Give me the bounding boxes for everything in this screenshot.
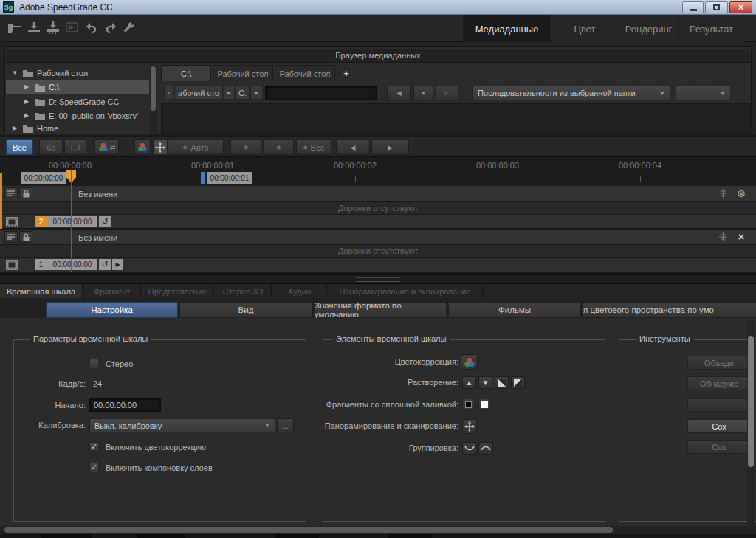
tree-scrollbar-thumb[interactable] (151, 66, 156, 111)
tab-color[interactable]: Цвет (551, 15, 618, 42)
track-b-loop-button[interactable]: ↺ (99, 259, 111, 270)
panel-tab-stereo3d[interactable]: Стерео 3D (215, 284, 272, 298)
settings-scrollbar[interactable] (747, 319, 755, 526)
ungroup-button[interactable] (478, 442, 493, 455)
import-sequence-button[interactable] (44, 19, 62, 35)
track-a-clip-row[interactable] (0, 215, 756, 229)
enable-color-correction-checkbox[interactable]: ✓ (89, 442, 99, 452)
tab-media[interactable]: Медиаданные (463, 15, 550, 42)
track-a-structure-button[interactable] (718, 188, 729, 199)
browser-add-tab-button[interactable]: + (340, 66, 353, 80)
view-all-button[interactable]: Все (6, 139, 33, 155)
track-b-options-button[interactable] (4, 231, 18, 243)
settings-tab-colorspace-defaults[interactable]: я цветового пространства по умо (583, 302, 756, 318)
open-button[interactable] (6, 19, 24, 35)
maximize-button[interactable] (705, 1, 728, 13)
path-input[interactable] (265, 86, 377, 100)
splitter-handle[interactable] (0, 274, 756, 284)
minimize-button[interactable] (682, 1, 704, 13)
tool-detect-button[interactable]: Обнаруже (687, 376, 751, 390)
tree-item-desktop[interactable]: ▼ Рабочий стол (6, 66, 149, 80)
tree-item-d-drive[interactable]: ▶ D: SpeedGrade CC (6, 94, 149, 108)
panel-tab-audio[interactable]: Аудио (272, 284, 327, 298)
prev-keyframe-button[interactable]: ◀ (336, 139, 370, 155)
auto-keyframe-button[interactable]: ◆ Авто (168, 139, 224, 155)
settings-scrollbar-thumb[interactable] (748, 336, 754, 467)
pan-scan-tool-button[interactable] (153, 139, 168, 155)
playhead-line[interactable] (71, 170, 72, 272)
calibration-more-button[interactable]: ... (277, 418, 294, 432)
start-input[interactable]: 00:00:00:00 (89, 398, 161, 412)
settings-button[interactable] (120, 19, 137, 35)
add-keyframe-button[interactable]: ◆ (230, 139, 261, 155)
sequence-filter-dropdown[interactable]: Последовательности из выбранной папки ▼ (472, 86, 670, 100)
dissolve-fade-in-button[interactable] (495, 376, 509, 389)
import-button[interactable] (25, 19, 43, 35)
tool-save-as-button[interactable]: Сох (687, 440, 751, 454)
settings-tab-view[interactable]: Вид (179, 302, 312, 318)
browser-tab-c[interactable]: C:\ (161, 65, 211, 81)
in-point-chip[interactable]: 00:00:00:00 (21, 172, 66, 184)
track-b-lock-button[interactable] (19, 231, 32, 243)
out-point-marker[interactable] (201, 172, 205, 184)
panel-tab-view[interactable]: Представление (142, 284, 214, 298)
track-a-remove-button[interactable]: ⊗ (735, 187, 748, 200)
chevron-right-icon[interactable]: ▶ (22, 98, 31, 105)
track-a-loop-button[interactable]: ↺ (99, 216, 111, 227)
pan-scan-button[interactable] (462, 419, 477, 434)
breadcrumb-c[interactable]: C: (236, 86, 250, 100)
out-point-chip[interactable]: 00:00:00:01 (207, 172, 252, 184)
remove-keyframe-button[interactable]: ◆ (264, 139, 294, 155)
horizontal-scrollbar-thumb[interactable] (4, 527, 613, 533)
stereo-checkbox[interactable] (89, 359, 99, 368)
settings-tab-films[interactable]: Фильмы (448, 302, 581, 318)
tool-save-button[interactable]: Сох (687, 419, 751, 433)
breadcrumb-desktop[interactable]: абочий сто (174, 86, 223, 100)
next-keyframe-button[interactable]: ▶ (371, 139, 409, 155)
undo-button[interactable] (83, 19, 100, 35)
settings-tab-format-defaults[interactable]: Значения формата по умолчанию (314, 302, 447, 318)
track-b-play-button[interactable]: ▶ (112, 259, 123, 270)
track-a-lock-button[interactable] (19, 187, 32, 199)
dissolve-fade-out-button[interactable] (511, 376, 525, 389)
group-button[interactable] (462, 442, 477, 455)
dissolve-up-button[interactable]: ▲ (462, 376, 476, 389)
close-button[interactable]: × (729, 1, 752, 13)
nav-back-button[interactable]: ◀ (387, 86, 411, 100)
track-a-name[interactable]: Без имени (78, 190, 117, 199)
chevron-right-icon[interactable]: ▶ (22, 83, 31, 90)
dissolve-down-button[interactable]: ▼ (478, 376, 492, 389)
six-seconds-button[interactable]: 6s (39, 139, 63, 155)
chevron-right-icon[interactable]: ▶ (10, 125, 19, 131)
tree-scrollbar[interactable] (150, 65, 157, 134)
range-button[interactable]: I...I (64, 139, 86, 155)
browser-tab-desktop-2[interactable]: Рабочий стол (275, 65, 335, 81)
breadcrumb-arrow[interactable]: ▶ (224, 86, 235, 100)
tree-item-e-drive[interactable]: ▶ E: 00_public on 'vboxsrv' (6, 108, 149, 123)
sort-dropdown[interactable]: ▼ (676, 86, 731, 100)
solid-black-button[interactable] (462, 399, 475, 411)
panel-tab-timeline[interactable]: Временная шкала (0, 284, 83, 298)
track-b-structure-button[interactable] (718, 232, 729, 243)
track-b-name[interactable]: Без имени (78, 233, 117, 242)
grade-link-button[interactable]: ⇄ (94, 139, 119, 155)
tree-item-home[interactable]: ▶ Home (6, 123, 149, 134)
all-keyframes-button[interactable]: ◆ Все (296, 139, 331, 155)
crumb-dropdown-button[interactable]: ▼ (164, 86, 173, 100)
tool-blank-button[interactable] (687, 398, 751, 412)
chevron-down-icon[interactable]: ▼ (10, 69, 19, 76)
redo-button[interactable] (102, 19, 120, 35)
chevron-right-icon[interactable]: ▶ (22, 112, 31, 119)
horizontal-scrollbar[interactable] (0, 526, 756, 534)
browser-tab-desktop-1[interactable]: Рабочий стол (213, 65, 273, 81)
track-a-options-button[interactable] (4, 187, 18, 199)
solid-white-button[interactable] (478, 399, 491, 411)
breadcrumb-arrow[interactable]: ▶ (250, 86, 263, 100)
tree-item-c-drive[interactable]: ▶ C:\ (6, 80, 149, 94)
tool-merge-button[interactable]: Объеди (687, 356, 751, 370)
nav-history-button[interactable]: ▼ (413, 86, 433, 100)
tab-render[interactable]: Рендеринг (619, 15, 678, 42)
panel-tab-clip[interactable]: Фрагмент (83, 284, 141, 298)
track-b-timecode-chip[interactable]: 00:00:00:00 (47, 259, 97, 270)
color-correction-button[interactable] (461, 354, 478, 370)
